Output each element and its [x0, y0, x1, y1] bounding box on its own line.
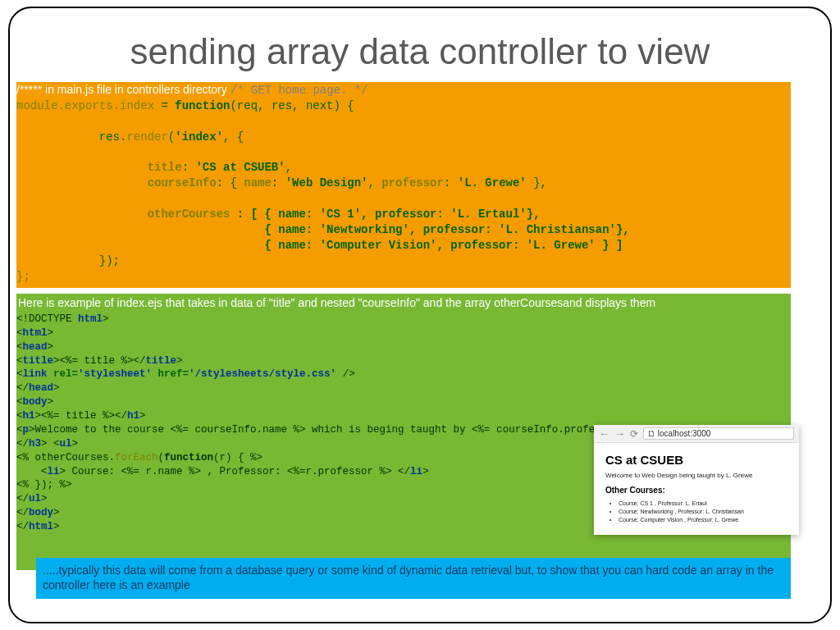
intro-text: /***** in main.js file in controllers di… — [16, 83, 231, 96]
browser-toolbar: ← → ⟳ 🗋 localhost:3000 — [594, 425, 799, 443]
url-input[interactable]: 🗋 localhost:3000 — [643, 427, 794, 440]
preview-h1: CS at CSUEB — [605, 453, 788, 467]
preview-p: Welcome to Web Design being taught by L.… — [605, 472, 788, 479]
preview-h3: Other Courses: — [605, 486, 788, 495]
list-item: Course: Newtworking , Professor: L. Chri… — [619, 508, 788, 516]
list-item: Course: Computer Vision , Professor: L. … — [619, 516, 788, 524]
forward-icon[interactable]: → — [614, 427, 625, 440]
code-controller: /***** in main.js file in controllers di… — [16, 82, 791, 285]
reload-icon[interactable]: ⟳ — [630, 428, 638, 440]
preview-list: Course: CS 1 , Professor: L. Ertaul Cour… — [605, 500, 788, 523]
code-block-controller: /***** in main.js file in controllers di… — [16, 82, 791, 288]
intro-text-green: Here is example of index.ejs that takes … — [16, 294, 791, 313]
slide-title: sending array data controller to view — [0, 31, 840, 72]
list-item: Course: CS 1 , Professor: L. Ertaul — [619, 500, 788, 508]
footer-note: .....typically this data will come from … — [36, 558, 791, 599]
back-icon[interactable]: ← — [599, 427, 609, 440]
browser-body: CS at CSUEB Welcome to Web Design being … — [594, 443, 799, 535]
browser-preview: ← → ⟳ 🗋 localhost:3000 CS at CSUEB Welco… — [594, 425, 799, 535]
